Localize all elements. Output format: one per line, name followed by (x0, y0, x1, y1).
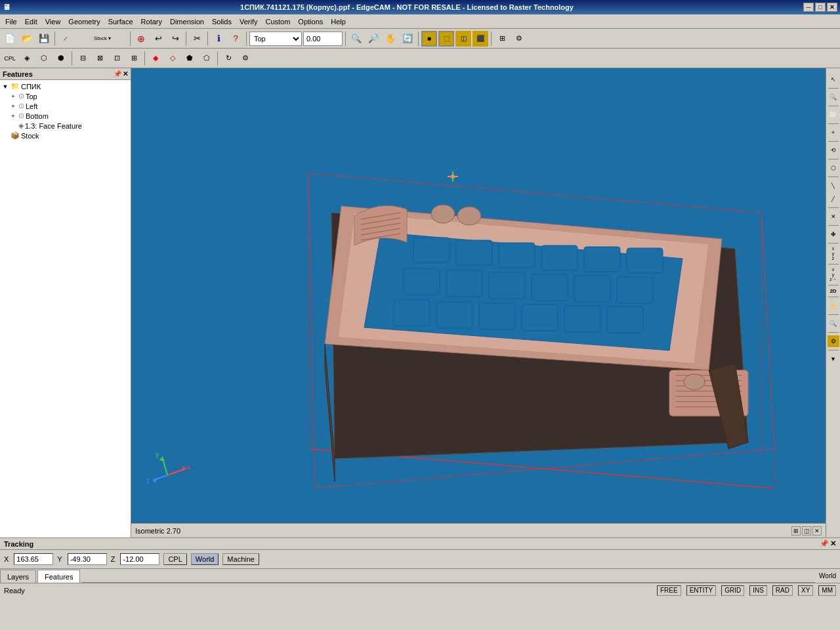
right-search-btn[interactable]: 🔍 (828, 318, 839, 329)
tool11-button[interactable]: ⬠ (199, 51, 215, 66)
wireframe-button[interactable]: ⬚ (438, 31, 454, 47)
menu-surface[interactable]: Surface (104, 16, 137, 27)
zoom-out-button[interactable]: 🔎 (366, 31, 381, 47)
right-sep-4 (828, 141, 839, 142)
right-zoom-btn[interactable]: 🔍 (828, 91, 839, 103)
expand-bottom[interactable]: + (9, 112, 17, 120)
right-down-btn[interactable]: ▼ (828, 353, 839, 365)
rotate-button[interactable]: 🔄 (400, 31, 415, 47)
tab-spacer (81, 582, 815, 583)
coord-input[interactable] (303, 32, 343, 46)
expand-top[interactable]: + (9, 93, 17, 100)
world-button[interactable]: World (191, 553, 219, 565)
menu-solids[interactable]: Solids (208, 16, 236, 27)
machine-button[interactable]: Machine (222, 553, 259, 565)
tree-item-bottom[interactable]: + ⊙ Bottom (9, 111, 129, 121)
right-fit-btn[interactable]: ⬜ (828, 109, 839, 121)
close-panel-button[interactable]: ✕ (123, 70, 128, 77)
zoom-in-button[interactable]: 🔍 (348, 31, 364, 47)
shade-button[interactable]: ⬛ (472, 31, 488, 47)
tool10-button[interactable]: ⬟ (182, 51, 198, 66)
tracking-panel: Tracking 📌 ✕ X Y Z CPL World Machine (0, 537, 840, 568)
save-button[interactable]: 💾 (36, 31, 52, 47)
stock-dropdown-button[interactable]: Stock ▾ (75, 31, 127, 47)
menu-file[interactable]: File (1, 16, 21, 27)
viewport[interactable]: x y z Isometric 2.70 (131, 68, 826, 537)
tool4-button[interactable]: ⊟ (75, 51, 91, 66)
right-rotate-btn[interactable]: ⟲ (828, 144, 839, 156)
tab-features[interactable]: Features (37, 570, 80, 583)
z-input[interactable] (120, 553, 159, 565)
vp-ctrl-close[interactable]: ✕ (812, 526, 822, 536)
expand-face[interactable] (9, 122, 17, 130)
tree-item-stock[interactable]: 📦 Stock (1, 131, 129, 140)
tool7-button[interactable]: ⊞ (126, 51, 142, 66)
tree-item-top[interactable]: + ⊙ Top (9, 91, 129, 101)
tool5-button[interactable]: ⊠ (92, 51, 108, 66)
toolbar2-sep-2 (144, 51, 145, 66)
right-x-btn[interactable]: ✕ (828, 211, 839, 222)
right-magnet-btn[interactable]: ⚡ (828, 300, 839, 312)
tracking-pin[interactable]: 📌 (820, 539, 829, 548)
new-button[interactable]: 📄 (2, 31, 18, 47)
tree-item-left[interactable]: + ⊙ Left (9, 101, 129, 111)
tool3-button[interactable]: ⬢ (53, 51, 69, 66)
right-sep-7 (828, 207, 839, 208)
menu-custom[interactable]: Custom (261, 16, 294, 27)
menu-edit[interactable]: Edit (21, 16, 41, 27)
right-tr-btn[interactable]: ╱ (828, 193, 839, 205)
y-input[interactable] (68, 553, 107, 565)
hidden-line-button[interactable]: ◫ (455, 31, 471, 47)
pan-button[interactable]: ✋ (383, 31, 398, 47)
right-select-btn[interactable]: ↖ (828, 74, 839, 85)
tool13-button[interactable]: ⚙ (238, 51, 253, 66)
tracking-close[interactable]: ✕ (830, 539, 836, 548)
grid-button[interactable]: ⊞ (494, 31, 510, 47)
vp-ctrl-2[interactable]: ◫ (802, 526, 811, 536)
tool9-button[interactable]: ◇ (165, 51, 180, 66)
tool1-button[interactable]: ◈ (19, 51, 35, 66)
tool12-button[interactable]: ↻ (220, 51, 236, 66)
tool6-button[interactable]: ⊡ (109, 51, 125, 66)
info-button[interactable]: ℹ (211, 31, 226, 47)
cut-button[interactable]: ✂ (189, 31, 205, 47)
right-settings-btn[interactable]: ⚙ (828, 335, 839, 347)
right-tl-btn[interactable]: ╲ (828, 180, 839, 192)
menu-view[interactable]: View (41, 16, 65, 27)
minimize-button[interactable]: ─ (803, 3, 814, 12)
menu-help[interactable]: Help (327, 16, 350, 27)
vp-ctrl-1[interactable]: ⊞ (791, 526, 801, 536)
menu-verify[interactable]: Verify (236, 16, 262, 27)
expand-stock[interactable] (1, 132, 9, 140)
undo-button[interactable]: ↩ (150, 31, 166, 47)
tree-root[interactable]: ▼ 📁 СПИК (1, 81, 129, 91)
right-view-btn[interactable]: ⬡ (828, 162, 839, 174)
extra-button[interactable]: ⚙ (511, 31, 527, 47)
pin-button[interactable]: 📌 (114, 70, 121, 77)
expand-root[interactable]: ▼ (1, 83, 9, 91)
view-select[interactable]: Top Front Right Isometric (249, 32, 302, 46)
tab-layers[interactable]: Layers (0, 570, 36, 583)
help-button[interactable]: ? (228, 31, 243, 47)
solid-view-button[interactable]: ■ (421, 31, 437, 47)
close-button[interactable]: ✕ (827, 3, 837, 12)
select-button[interactable]: ⊕ (133, 31, 149, 47)
right-sep-3 (828, 123, 839, 124)
x-input[interactable] (14, 553, 53, 565)
menu-geometry[interactable]: Geometry (64, 16, 104, 27)
menu-dimension[interactable]: Dimension (166, 16, 208, 27)
expand-left[interactable]: + (9, 102, 17, 110)
line-tool-button[interactable]: ⟋ (58, 31, 74, 47)
cpl-button[interactable]: CPL (163, 553, 186, 565)
right-plus-btn[interactable]: + (828, 127, 839, 138)
redo-button[interactable]: ↪ (167, 31, 183, 47)
open-button[interactable]: 📂 (19, 31, 35, 47)
tool8-button[interactable]: ◆ (148, 51, 163, 66)
tool2-button[interactable]: ⬡ (36, 51, 52, 66)
menu-options[interactable]: Options (294, 16, 327, 27)
restore-button[interactable]: □ (815, 3, 826, 12)
right-snap-btn[interactable]: ✤ (828, 228, 839, 240)
cpl-button[interactable]: CPL (2, 51, 18, 66)
tree-item-face[interactable]: ◈ 1.3: Face Feature (9, 121, 129, 131)
menu-rotary[interactable]: Rotary (137, 16, 166, 27)
